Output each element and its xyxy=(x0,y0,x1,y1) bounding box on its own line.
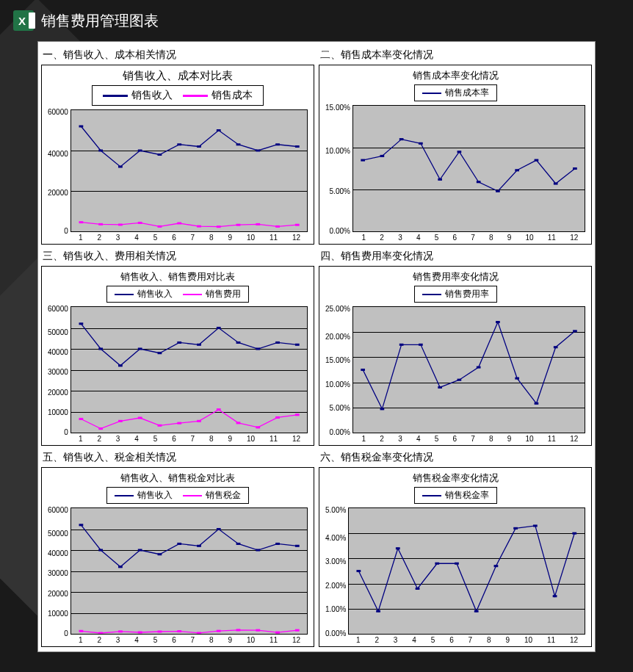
legend-swatch xyxy=(422,294,441,295)
y-tick-label: 5.00% xyxy=(325,188,350,195)
data-marker xyxy=(533,524,538,527)
data-marker xyxy=(256,150,260,152)
data-marker xyxy=(138,417,142,419)
y-axis: 6000050000400003000020000100000 xyxy=(48,306,70,433)
x-tick-label: 6 xyxy=(452,435,457,443)
x-tick-label: 1 xyxy=(362,435,366,443)
plot xyxy=(348,507,585,635)
data-marker xyxy=(275,416,280,419)
x-tick-label: 8 xyxy=(209,636,214,644)
y-tick-label: 50000 xyxy=(48,530,68,538)
data-marker xyxy=(275,342,280,344)
y-tick-label: 10000 xyxy=(48,409,68,416)
data-marker xyxy=(396,547,400,549)
series-line xyxy=(81,525,297,567)
data-marker xyxy=(197,420,201,422)
legend-swatch xyxy=(183,294,202,295)
x-tick-label: 12 xyxy=(292,636,300,644)
y-axis: 25.00%20.00%15.00%10.00%5.00%0.00% xyxy=(325,306,352,433)
chart-title: 销售收入、成本对比表 xyxy=(48,69,308,83)
series-line xyxy=(81,126,297,167)
data-marker xyxy=(138,222,142,224)
legend-item: 销售成本 xyxy=(183,89,253,102)
data-marker xyxy=(217,327,221,329)
data-marker xyxy=(236,422,240,424)
x-tick-label: 9 xyxy=(228,435,232,443)
legend-label: 销售收入 xyxy=(137,288,173,300)
data-marker xyxy=(295,224,300,226)
x-tick-label: 5 xyxy=(435,234,439,242)
x-tick-label: 3 xyxy=(394,636,398,644)
data-marker xyxy=(138,150,142,152)
data-marker xyxy=(236,543,240,545)
x-ticks: 123456789101112 xyxy=(355,433,585,443)
data-marker xyxy=(535,402,539,405)
legend-label: 销售费用 xyxy=(206,288,241,300)
chart-cell-6: 六、销售税金率变化情况销售税金率变化情况销售税金率5.00%4.00%3.00%… xyxy=(319,449,592,647)
data-marker xyxy=(438,386,442,389)
x-tick-label: 2 xyxy=(380,435,384,443)
chart-legend: 销售收入销售成本 xyxy=(92,85,264,106)
chart-legend: 销售成本率 xyxy=(414,84,497,101)
chart-cell-1: 一、销售收入、成本相关情况销售收入、成本对比表销售收入销售成本600004000… xyxy=(41,46,314,245)
legend-swatch xyxy=(115,495,134,496)
y-tick-label: 15.00% xyxy=(325,104,350,112)
chart-legend: 销售收入销售税金 xyxy=(106,487,249,504)
x-tick-label: 6 xyxy=(452,234,457,242)
x-tick-label: 4 xyxy=(412,636,416,644)
x-tick-label: 4 xyxy=(416,234,421,242)
y-tick-label: 4.00% xyxy=(325,535,346,542)
x-tick-label: 2 xyxy=(380,234,384,242)
plot xyxy=(70,306,308,433)
x-tick-label: 11 xyxy=(270,636,278,644)
legend-item: 销售税金 xyxy=(183,489,241,502)
plot-area: 6000050000400003000020000100000 xyxy=(48,306,308,433)
series-svg xyxy=(353,106,585,231)
data-marker xyxy=(236,342,240,344)
y-tick-label: 30000 xyxy=(48,369,68,376)
chart-legend: 销售税金率 xyxy=(414,487,497,504)
legend-swatch xyxy=(183,495,202,496)
data-marker xyxy=(275,543,280,545)
data-marker xyxy=(177,143,181,145)
data-marker xyxy=(554,182,558,184)
x-tick-label: 3 xyxy=(116,636,120,644)
legend-item: 销售费用率 xyxy=(422,288,489,300)
data-marker xyxy=(514,527,518,530)
x-tick-label: 12 xyxy=(292,234,300,242)
x-tick-label: 8 xyxy=(489,435,493,443)
chart-box: 销售收入、成本对比表销售收入销售成本6000040000200000123456… xyxy=(41,65,314,245)
section-heading: 一、销售收入、成本相关情况 xyxy=(41,46,314,65)
data-marker xyxy=(256,426,260,428)
x-tick-label: 3 xyxy=(116,234,120,242)
data-marker xyxy=(138,631,142,633)
data-marker xyxy=(98,347,103,350)
x-ticks: 123456789101112 xyxy=(71,232,308,242)
x-tick-label: 9 xyxy=(505,636,510,644)
data-marker xyxy=(275,143,280,145)
data-marker xyxy=(217,225,221,228)
legend-label: 销售成本 xyxy=(211,89,253,102)
y-tick-label: 10.00% xyxy=(325,148,350,155)
legend-item: 销售收入 xyxy=(103,89,173,102)
data-marker xyxy=(118,420,123,422)
x-tick-label: 12 xyxy=(292,435,300,443)
y-tick-label: 5.00% xyxy=(325,507,346,514)
data-marker xyxy=(157,352,162,354)
data-marker xyxy=(457,151,461,153)
data-marker xyxy=(256,347,260,350)
x-tick-label: 5 xyxy=(153,636,158,644)
y-tick-label: 3.00% xyxy=(325,558,346,566)
y-tick-label: 0 xyxy=(48,228,68,235)
data-marker xyxy=(553,595,557,597)
data-marker xyxy=(197,344,201,346)
data-marker xyxy=(494,565,499,567)
y-axis: 6000040000200000 xyxy=(48,109,70,232)
y-tick-label: 0.00% xyxy=(325,429,350,436)
chart-title: 销售收入、销售税金对比表 xyxy=(48,472,308,485)
chart-box: 销售收入、销售费用对比表销售收入销售费用60000500004000030000… xyxy=(41,266,314,446)
data-marker xyxy=(98,150,103,152)
section-heading: 三、销售收入、费用相关情况 xyxy=(41,248,314,266)
plot xyxy=(70,507,308,635)
y-tick-label: 20000 xyxy=(48,189,68,197)
